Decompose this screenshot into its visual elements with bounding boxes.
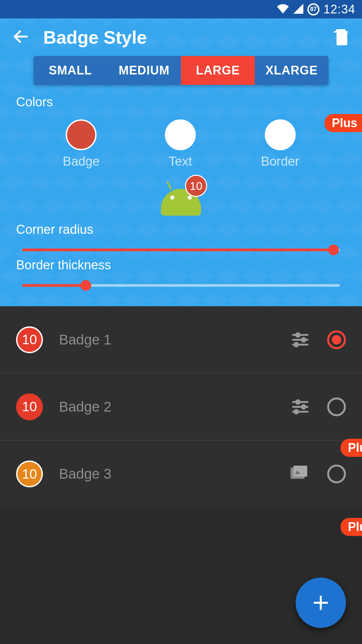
wifi-icon xyxy=(277,4,289,15)
radio-unselected[interactable] xyxy=(327,397,346,416)
swatch-border[interactable]: Border xyxy=(261,119,299,169)
border-color-circle xyxy=(265,119,296,150)
tab-large[interactable]: LARGE xyxy=(181,56,255,85)
badge-row-label: Badge 2 xyxy=(59,399,274,415)
radio-unselected[interactable] xyxy=(327,465,346,483)
badge-preview: 10 xyxy=(0,179,362,216)
sliders-icon[interactable] xyxy=(290,397,311,417)
svg-point-12 xyxy=(295,410,298,414)
text-color-circle xyxy=(165,119,196,150)
tab-small[interactable]: SMALL xyxy=(34,56,107,85)
status-bar: 87 12:34 xyxy=(0,0,362,18)
badge-chip: 10 xyxy=(16,461,43,487)
radio-selected[interactable] xyxy=(327,330,346,349)
svg-point-2 xyxy=(296,333,300,337)
badge-color-circle xyxy=(66,119,97,150)
badge-list: 10 Badge 1 10 Badge 2 10 Badge 3 xyxy=(0,306,362,507)
battery-level-text: 87 xyxy=(310,6,317,13)
swatch-border-label: Border xyxy=(261,154,299,169)
slider-thumb[interactable] xyxy=(328,245,339,255)
android-icon: 10 xyxy=(161,179,201,216)
color-swatches: Badge Text Border xyxy=(0,113,362,169)
border-thickness-label: Border thickness xyxy=(16,258,346,272)
trash-icon[interactable] xyxy=(334,27,350,47)
add-button[interactable] xyxy=(296,578,346,628)
plus-badge-corner[interactable]: Plus xyxy=(341,439,362,457)
badge-chip: 10 xyxy=(16,393,43,420)
svg-rect-14 xyxy=(293,466,307,477)
border-thickness-section: Border thickness Plus xyxy=(0,258,362,287)
badge-row-2[interactable]: 10 Badge 2 xyxy=(0,373,362,440)
slider-thumb[interactable] xyxy=(80,280,91,291)
svg-point-8 xyxy=(296,400,300,404)
sliders-icon[interactable] xyxy=(290,330,311,350)
badge-row-label: Badge 1 xyxy=(59,332,274,348)
swatch-badge[interactable]: Badge xyxy=(63,119,100,169)
border-thickness-slider[interactable] xyxy=(22,284,340,287)
page-title: Badge Style xyxy=(43,27,320,48)
swatch-badge-label: Badge xyxy=(63,154,100,169)
badge-row-1[interactable]: 10 Badge 1 xyxy=(0,306,362,373)
swatch-text[interactable]: Text xyxy=(165,119,196,169)
plus-badge-colors[interactable]: Plus xyxy=(324,114,362,132)
corner-radius-section: Corner radius Plus xyxy=(0,222,362,251)
badge-chip: 10 xyxy=(16,326,43,353)
svg-point-4 xyxy=(302,338,305,341)
swatch-text-label: Text xyxy=(169,154,192,169)
size-tabs: SMALL MEDIUM LARGE XLARGE xyxy=(34,56,328,85)
svg-point-6 xyxy=(295,343,298,346)
corner-radius-label: Corner radius xyxy=(16,222,346,237)
battery-indicator: 87 xyxy=(307,3,319,15)
signal-icon xyxy=(293,4,303,15)
tab-xlarge[interactable]: XLARGE xyxy=(255,56,328,85)
badge-row-label: Badge 3 xyxy=(59,466,274,482)
preview-badge-count: 10 xyxy=(185,175,207,197)
images-icon[interactable] xyxy=(290,466,311,482)
app-bar: Badge Style xyxy=(0,18,362,56)
back-arrow-icon[interactable] xyxy=(12,28,30,47)
svg-point-10 xyxy=(302,405,305,409)
badge-row-3[interactable]: 10 Badge 3 xyxy=(0,440,362,507)
clock: 12:34 xyxy=(323,2,355,16)
settings-panel: Badge Style SMALL MEDIUM LARGE XLARGE Co… xyxy=(0,18,362,306)
plus-badge-border[interactable]: Plus xyxy=(341,518,362,536)
corner-radius-slider[interactable] xyxy=(22,249,340,251)
tab-medium[interactable]: MEDIUM xyxy=(107,56,181,85)
colors-section-label: Colors xyxy=(0,85,362,113)
